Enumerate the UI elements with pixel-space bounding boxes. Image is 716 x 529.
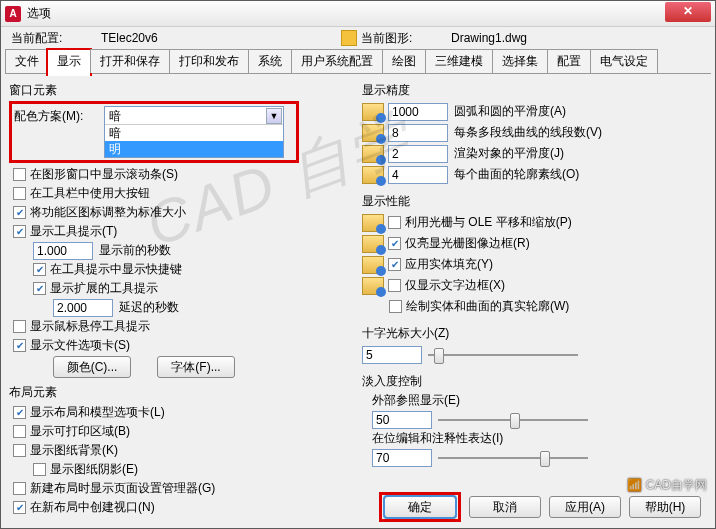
render-smooth-label: 渲染对象的平滑度(J): [454, 145, 564, 162]
help-button[interactable]: 帮助(H): [629, 496, 701, 518]
color-scheme-option-light[interactable]: 明: [105, 141, 283, 157]
dialog-buttons: 确定 取消 应用(A) 帮助(H): [379, 492, 701, 522]
cb-paper-bg[interactable]: [13, 444, 26, 457]
ok-highlight: 确定: [379, 492, 461, 522]
cb-shortcut-label: 在工具提示中显示快捷键: [50, 261, 182, 278]
color-scheme-selected[interactable]: 暗: [105, 107, 283, 125]
fonts-button[interactable]: 字体(F)...: [157, 356, 235, 378]
inplace-fade-slider[interactable]: [438, 449, 588, 467]
precision-icon: [362, 124, 384, 142]
window-title: 选项: [27, 5, 665, 22]
cb-layout-tabs[interactable]: [13, 406, 26, 419]
cb-create-viewport-label: 在新布局中创建视口(N): [30, 499, 155, 516]
tab-bar: 文件显示打开和保存打印和发布系统用户系统配置绘图三维建模选择集配置电气设定: [5, 49, 711, 74]
cb-raster-frame[interactable]: [388, 237, 401, 250]
cb-big-buttons-label: 在工具栏中使用大按钮: [30, 185, 150, 202]
cb-paper-bg-label: 显示图纸背景(K): [30, 442, 118, 459]
cb-hover-tooltip[interactable]: [13, 320, 26, 333]
cb-new-layout-mgr-label: 新建布局时显示页面设置管理器(G): [30, 480, 215, 497]
current-drawing-label: 当前图形:: [361, 30, 451, 47]
tab-1[interactable]: 显示: [46, 48, 92, 76]
cb-file-tabs[interactable]: [13, 339, 26, 352]
colors-button[interactable]: 颜色(C)...: [53, 356, 131, 378]
polyline-seg-input[interactable]: 8: [388, 124, 448, 142]
app-icon: A: [5, 6, 21, 22]
render-smooth-input[interactable]: 2: [388, 145, 448, 163]
cb-paper-shadow[interactable]: [33, 463, 46, 476]
tab-3[interactable]: 打印和发布: [169, 49, 249, 73]
polyline-seg-label: 每条多段线曲线的线段数(V): [454, 124, 602, 141]
corner-watermark: 📶 CAD自学网: [627, 477, 707, 494]
cb-hover-tooltip-label: 显示鼠标悬停工具提示: [30, 318, 150, 335]
tab-10[interactable]: 电气设定: [590, 49, 658, 73]
xref-fade-input[interactable]: 50: [372, 411, 432, 429]
cb-text-frame-label: 仅显示文字边框(X): [405, 277, 505, 294]
tab-0[interactable]: 文件: [5, 49, 49, 73]
cb-scrollbar[interactable]: [13, 168, 26, 181]
surface-lines-label: 每个曲面的轮廓素线(O): [454, 166, 579, 183]
precision-icon: [362, 145, 384, 163]
inplace-fade-label: 在位编辑和注释性表达(I): [372, 430, 707, 447]
cb-file-tabs-label: 显示文件选项卡(S): [30, 337, 130, 354]
cb-pan-raster-label: 利用光栅与 OLE 平移和缩放(P): [405, 214, 572, 231]
cb-silhouette[interactable]: [389, 300, 402, 313]
cb-printable-area-label: 显示可打印区域(B): [30, 423, 130, 440]
tab-5[interactable]: 用户系统配置: [291, 49, 383, 73]
crosshair-input[interactable]: 5: [362, 346, 422, 364]
cb-new-layout-mgr[interactable]: [13, 482, 26, 495]
layout-elements-title: 布局元素: [9, 384, 354, 401]
xref-fade-slider[interactable]: [438, 411, 588, 429]
tooltip-delay-input[interactable]: 1.000: [33, 242, 93, 260]
ext-delay-input[interactable]: 2.000: [53, 299, 113, 317]
cb-solid-fill[interactable]: [388, 258, 401, 271]
cb-big-buttons[interactable]: [13, 187, 26, 200]
arc-smooth-label: 圆弧和圆的平滑度(A): [454, 103, 566, 120]
cb-solid-fill-label: 应用实体填充(Y): [405, 256, 493, 273]
window-elements-title: 窗口元素: [9, 82, 354, 99]
cb-printable-area[interactable]: [13, 425, 26, 438]
close-button[interactable]: ✕: [665, 2, 711, 22]
cancel-button[interactable]: 取消: [469, 496, 541, 518]
display-performance-title: 显示性能: [362, 193, 707, 210]
color-scheme-option-dark[interactable]: 暗: [105, 125, 283, 141]
options-dialog: A 选项 ✕ 当前配置: TElec20v6 当前图形: Drawing1.dw…: [0, 0, 716, 529]
config-row: 当前配置: TElec20v6 当前图形: Drawing1.dwg: [1, 27, 715, 49]
cb-tooltip-label: 显示工具提示(T): [30, 223, 117, 240]
inplace-fade-input[interactable]: 70: [372, 449, 432, 467]
cb-layout-tabs-label: 显示布局和模型选项卡(L): [30, 404, 165, 421]
drawing-icon: [341, 30, 357, 46]
tab-9[interactable]: 配置: [547, 49, 591, 73]
cb-raster-frame-label: 仅亮显光栅图像边框(R): [405, 235, 530, 252]
tab-2[interactable]: 打开和保存: [90, 49, 170, 73]
cb-pan-raster[interactable]: [388, 216, 401, 229]
arc-smooth-input[interactable]: 1000: [388, 103, 448, 121]
current-profile-label: 当前配置:: [11, 30, 101, 47]
ok-button[interactable]: 确定: [384, 496, 456, 518]
tab-6[interactable]: 绘图: [382, 49, 426, 73]
cb-ext-tooltip-label: 显示扩展的工具提示: [50, 280, 158, 297]
cb-shortcut[interactable]: [33, 263, 46, 276]
surface-lines-input[interactable]: 4: [388, 166, 448, 184]
tab-7[interactable]: 三维建模: [425, 49, 493, 73]
tab-content: 窗口元素 配色方案(M): 暗 ▼ 暗 明 在图形窗口中显示滚动条(S) 在工具…: [1, 74, 715, 517]
tab-4[interactable]: 系统: [248, 49, 292, 73]
performance-icon: [362, 277, 384, 295]
display-precision-title: 显示精度: [362, 82, 707, 99]
cb-ribbon-std-label: 将功能区图标调整为标准大小: [30, 204, 186, 221]
cb-text-frame[interactable]: [388, 279, 401, 292]
cb-ext-tooltip[interactable]: [33, 282, 46, 295]
ext-delay-label: 延迟的秒数: [119, 299, 179, 316]
crosshair-slider[interactable]: [428, 346, 578, 364]
cb-tooltip[interactable]: [13, 225, 26, 238]
color-scheme-label: 配色方案(M):: [14, 106, 104, 125]
cb-ribbon-std[interactable]: [13, 206, 26, 219]
color-scheme-row: 配色方案(M): 暗 ▼ 暗 明: [9, 101, 299, 163]
cb-create-viewport[interactable]: [13, 501, 26, 514]
dropdown-arrow-icon[interactable]: ▼: [266, 108, 282, 124]
fade-control-title: 淡入度控制: [362, 373, 707, 390]
precision-icon: [362, 166, 384, 184]
apply-button[interactable]: 应用(A): [549, 496, 621, 518]
titlebar: A 选项 ✕: [1, 1, 715, 27]
tab-8[interactable]: 选择集: [492, 49, 548, 73]
color-scheme-select[interactable]: 暗 ▼ 暗 明: [104, 106, 284, 158]
